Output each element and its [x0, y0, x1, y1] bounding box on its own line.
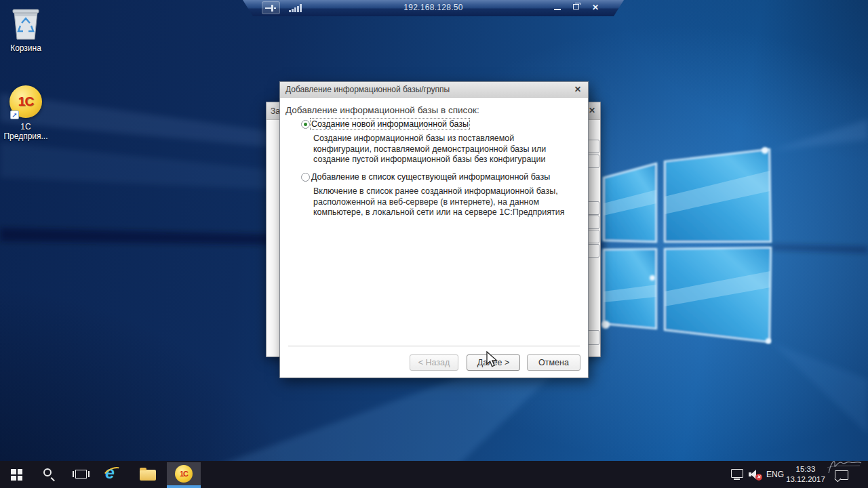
add-infobase-dialog: Добавление информационной базы/группы ✕ …: [279, 81, 589, 378]
radio-create-new-infobase[interactable]: [301, 120, 310, 129]
volume-muted-icon[interactable]: ✕: [749, 470, 762, 479]
1c-taskbar-icon: 1С: [175, 465, 193, 483]
start-button[interactable]: [1, 461, 31, 488]
radio-label-add-existing[interactable]: Добавление в список существующей информа…: [311, 172, 550, 182]
1c-icon: 1С ➚: [0, 85, 52, 119]
taskbar-item-1c-active[interactable]: 1С: [167, 462, 201, 485]
description-create-new: Создание информационной базы из поставля…: [313, 134, 546, 165]
minimize-button[interactable]: [551, 2, 564, 13]
1c-logo-text: 1С: [9, 94, 42, 109]
windows-logo-icon: [11, 469, 22, 481]
desktop-screen: Корзина 1С ➚ 1С Предприя... 192.168.128.…: [0, 0, 868, 488]
taskbar: e 1С ✕ ENG 15:33 13.12.2017: [0, 461, 868, 488]
dialog-heading: Добавление информационной базы в список:: [285, 105, 479, 115]
back-button: < Назад: [410, 354, 458, 371]
footer-separator: [288, 346, 580, 347]
internet-explorer-icon: e: [105, 463, 115, 483]
dialog-body: Добавление информационной базы в список:…: [280, 98, 588, 378]
desktop-icon-recycle-bin[interactable]: Корзина: [0, 7, 52, 53]
active-app-underline: [167, 485, 201, 488]
file-explorer-icon: [140, 470, 156, 481]
clock[interactable]: 15:33 13.12.2017: [781, 464, 830, 485]
remote-ip-address: 192.168.128.50: [243, 3, 624, 12]
action-center-icon[interactable]: [835, 470, 848, 480]
mouse-cursor: [486, 351, 500, 369]
shortcut-arrow-icon: ➚: [10, 110, 19, 119]
launcher-title: За: [271, 106, 280, 116]
close-icon[interactable]: ✕: [589, 2, 602, 13]
radio-add-existing-infobase[interactable]: [301, 173, 310, 182]
cancel-button[interactable]: Отмена: [527, 354, 580, 371]
taskbar-item-internet-explorer[interactable]: e: [99, 461, 129, 488]
desktop-icon-label-line1: 1С: [0, 122, 52, 131]
dialog-title: Добавление информационной базы/группы: [285, 85, 450, 94]
dialog-titlebar[interactable]: Добавление информационной базы/группы: [280, 82, 588, 98]
tray-date: 13.12.2017: [781, 474, 830, 485]
search-icon: [43, 468, 52, 476]
dialog-close-icon[interactable]: ✕: [572, 84, 584, 96]
remote-session-titlebar[interactable]: 192.168.128.50 ✕: [243, 0, 624, 16]
tray-time: 15:33: [781, 464, 830, 474]
task-view-icon: [75, 470, 87, 479]
desktop-icon-label: Корзина: [0, 43, 52, 53]
desktop-icon-label-line2: Предприя...: [0, 131, 52, 141]
description-add-existing: Включение в список ранее созданной инфор…: [313, 186, 565, 218]
desktop-icon-1c-enterprise[interactable]: 1С ➚ 1С Предприя...: [0, 85, 52, 141]
restore-button[interactable]: [570, 2, 583, 13]
radio-label-create-new[interactable]: Создание новой информационной базы: [311, 119, 469, 129]
taskbar-item-file-explorer[interactable]: [133, 461, 163, 488]
recycle-bin-icon: [0, 7, 52, 41]
search-button[interactable]: [34, 461, 64, 488]
network-icon[interactable]: [731, 469, 743, 478]
task-view-button[interactable]: [66, 461, 96, 488]
